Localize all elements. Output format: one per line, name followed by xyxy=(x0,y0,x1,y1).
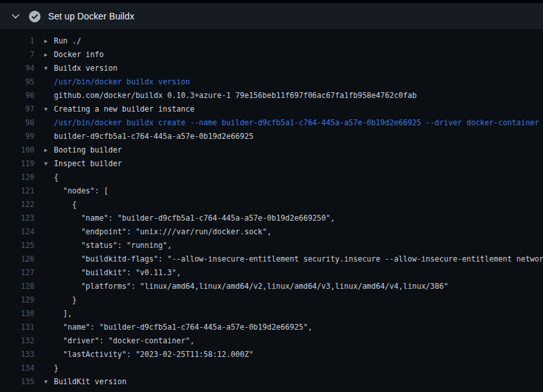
group-title-text: Inspect builder xyxy=(54,159,122,168)
line-number[interactable]: 121 xyxy=(10,186,34,195)
group-title: ▼BuildKit version xyxy=(44,377,127,386)
line-number[interactable]: 125 xyxy=(10,241,34,250)
log-output-text: github.com/docker/buildx 0.10.3+azure-1 … xyxy=(44,91,416,100)
log-group-row[interactable]: 119▼Inspect builder xyxy=(0,156,543,170)
log-line: 123 "name": "builder-d9cfb5a1-c764-445a-… xyxy=(0,211,543,225)
line-number[interactable]: 94 xyxy=(10,64,34,73)
log-output-text: ], xyxy=(44,309,72,318)
log-output-text: "status": "running", xyxy=(44,241,171,250)
log-line: 131 "name": "builder-d9cfb5a1-c764-445a-… xyxy=(0,320,543,334)
log-output-text: "platforms": "linux/amd64,linux/amd64/v2… xyxy=(44,282,448,291)
log-line: 133 "lastActivity": "2023-02-25T11:58:12… xyxy=(0,347,543,361)
log-output-text: "name": "builder-d9cfb5a1-c764-445a-a57e… xyxy=(44,214,335,223)
line-number[interactable]: 124 xyxy=(10,227,34,236)
line-number[interactable]: 119 xyxy=(10,159,34,168)
group-title: ▶Docker info xyxy=(44,50,104,59)
line-number[interactable]: 98 xyxy=(10,118,34,127)
log-line: 98/usr/bin/docker buildx create --name b… xyxy=(0,116,543,129)
log-line: 99builder-d9cfb5a1-c764-445a-a57e-0b19d2… xyxy=(0,129,543,143)
log-output-text: "driver": "docker-container", xyxy=(44,336,194,345)
log-line: 126 "buildkitd-flags": "--allow-insecure… xyxy=(0,252,543,265)
log-command-text: /usr/bin/docker buildx create --name bui… xyxy=(44,118,539,127)
log-line: 125 "status": "running", xyxy=(0,238,543,252)
line-number[interactable]: 130 xyxy=(10,309,34,318)
triangle-collapsed-icon: ▶ xyxy=(44,147,54,153)
line-number[interactable]: 134 xyxy=(10,363,34,373)
line-number[interactable]: 97 xyxy=(10,104,34,114)
log-line: 96github.com/docker/buildx 0.10.3+azure-… xyxy=(0,88,543,102)
log-output-text: } xyxy=(44,295,77,304)
log-line: 136builder-d9cfb5a1-c764-445a-a57e-0b19d… xyxy=(0,388,543,392)
log-group-row[interactable]: 7▶Docker info xyxy=(0,47,543,61)
line-number[interactable]: 1 xyxy=(10,36,34,45)
log-output-text: builder-d9cfb5a1-c764-445a-a57e-0b19d2e6… xyxy=(44,132,253,141)
log-line: 122 { xyxy=(0,197,543,211)
line-number[interactable]: 99 xyxy=(10,132,34,141)
log-output-text: "endpoint": "unix:///var/run/docker.sock… xyxy=(44,227,272,236)
log-group-row[interactable]: 135▼BuildKit version xyxy=(0,374,543,388)
log-output-text: { xyxy=(44,173,58,182)
line-number[interactable]: 126 xyxy=(10,254,34,263)
group-title: ▼Inspect builder xyxy=(44,159,122,168)
line-number[interactable]: 135 xyxy=(10,377,34,386)
log-group-row[interactable]: 97▼Creating a new builder instance xyxy=(0,102,543,116)
line-number[interactable]: 132 xyxy=(10,336,34,345)
group-title-text: Docker info xyxy=(54,50,104,59)
log-group-row[interactable]: 94▼Buildx version xyxy=(0,61,543,75)
log-output: 1▶Run ./7▶Docker info94▼Buildx version95… xyxy=(0,29,543,392)
log-output-text: } xyxy=(44,363,58,373)
log-output-text: "buildkit": "v0.11.3", xyxy=(44,268,181,277)
log-line: 132 "driver": "docker-container", xyxy=(0,334,543,347)
log-line: 121 "nodes": [ xyxy=(0,184,543,197)
line-number[interactable]: 133 xyxy=(10,350,34,359)
triangle-expanded-icon: ▼ xyxy=(44,378,54,385)
line-number[interactable]: 123 xyxy=(10,214,34,223)
line-number[interactable]: 131 xyxy=(10,323,34,332)
log-line: 127 "buildkit": "v0.11.3", xyxy=(0,265,543,279)
line-number[interactable]: 127 xyxy=(10,268,34,277)
log-output-text: "nodes": [ xyxy=(44,186,108,195)
log-output-text: "lastActivity": "2023-02-25T11:58:12.000… xyxy=(44,350,253,359)
group-title: ▼Creating a new builder instance xyxy=(44,104,194,114)
line-number[interactable]: 100 xyxy=(10,145,34,154)
group-title-text: BuildKit version xyxy=(54,377,127,386)
log-output-text: "name": "builder-d9cfb5a1-c764-445a-a57e… xyxy=(44,323,312,332)
step-title: Set up Docker Buildx xyxy=(48,11,134,21)
log-output-text: "buildkitd-flags": "--allow-insecure-ent… xyxy=(44,254,543,263)
check-circle-icon xyxy=(29,10,41,23)
chevron-down-icon[interactable] xyxy=(8,8,23,24)
log-line: 130 ], xyxy=(0,306,543,320)
line-number[interactable]: 95 xyxy=(10,77,34,86)
group-title: ▶Booting builder xyxy=(44,145,122,154)
line-number[interactable]: 122 xyxy=(10,200,34,209)
log-group-row[interactable]: 100▶Booting builder xyxy=(0,143,543,156)
triangle-expanded-icon: ▼ xyxy=(44,106,54,112)
triangle-expanded-icon: ▼ xyxy=(44,65,54,71)
log-group-row[interactable]: 1▶Run ./ xyxy=(0,34,543,47)
step-header[interactable]: Set up Docker Buildx xyxy=(0,3,543,29)
log-lines-container: 1▶Run ./7▶Docker info94▼Buildx version95… xyxy=(0,34,543,392)
triangle-collapsed-icon: ▶ xyxy=(44,38,54,44)
log-line: 128 "platforms": "linux/amd64,linux/amd6… xyxy=(0,279,543,293)
triangle-expanded-icon: ▼ xyxy=(44,160,54,167)
line-number[interactable]: 129 xyxy=(10,295,34,304)
line-number[interactable]: 96 xyxy=(10,91,34,100)
log-line: 124 "endpoint": "unix:///var/run/docker.… xyxy=(0,225,543,238)
log-line: 129 } xyxy=(0,293,543,306)
line-number[interactable]: 128 xyxy=(10,282,34,291)
log-line: 95/usr/bin/docker buildx version xyxy=(0,75,543,88)
group-title-text: Run ./ xyxy=(54,36,81,45)
group-title-text: Creating a new builder instance xyxy=(54,104,194,114)
log-line: 120{ xyxy=(0,170,543,184)
group-title: ▶Run ./ xyxy=(44,36,81,45)
log-output-text: { xyxy=(44,200,77,209)
line-number[interactable]: 120 xyxy=(10,173,34,182)
line-number[interactable]: 7 xyxy=(10,50,34,59)
triangle-collapsed-icon: ▶ xyxy=(44,51,54,58)
group-title-text: Buildx version xyxy=(54,64,118,73)
group-title-text: Booting builder xyxy=(54,145,122,154)
log-command-text: /usr/bin/docker buildx version xyxy=(44,77,190,86)
group-title: ▼Buildx version xyxy=(44,64,118,73)
log-line: 134} xyxy=(0,361,543,374)
